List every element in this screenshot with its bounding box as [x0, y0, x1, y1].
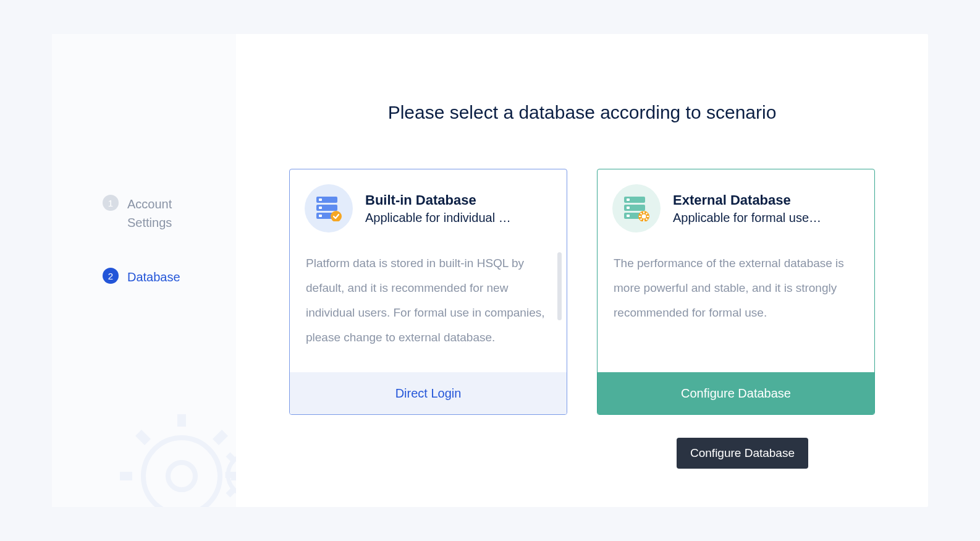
setup-panel: 1 Account Settings 2 Database: [52, 34, 928, 507]
configure-database-button[interactable]: Configure Database: [598, 372, 874, 414]
svg-rect-31: [627, 207, 630, 209]
svg-line-16: [228, 454, 233, 459]
svg-line-41: [641, 219, 642, 220]
svg-rect-25: [319, 215, 322, 217]
svg-point-26: [331, 211, 342, 221]
step-database[interactable]: 2 Database: [103, 268, 236, 286]
card-subtitle: Applicable for formal use…: [673, 211, 860, 225]
step-number-badge: 2: [103, 268, 119, 284]
sidebar: 1 Account Settings 2 Database: [52, 34, 236, 507]
main-content: Please select a database according to sc…: [236, 34, 928, 507]
svg-rect-30: [627, 198, 630, 201]
card-description: Platform data is stored in built-in HSQL…: [290, 244, 567, 372]
step-number-badge: 1: [103, 195, 119, 211]
svg-line-39: [641, 213, 642, 215]
builtin-database-icon: [305, 184, 353, 232]
tooltip: Configure Database: [677, 438, 808, 469]
card-header: Built-in Database Applicable for individ…: [290, 169, 567, 244]
external-database-icon: [612, 184, 661, 232]
card-builtin-database[interactable]: Built-in Database Applicable for individ…: [289, 169, 567, 415]
svg-line-7: [216, 433, 225, 442]
step-label: Account Settings: [127, 195, 214, 232]
steps-list: 1 Account Settings 2 Database: [52, 34, 236, 286]
direct-login-button[interactable]: Direct Login: [290, 372, 567, 414]
step-label: Database: [127, 268, 180, 286]
card-title: Built-in Database: [365, 192, 552, 208]
svg-line-18: [228, 490, 233, 495]
page-title: Please select a database according to sc…: [279, 102, 885, 123]
svg-point-34: [642, 215, 646, 219]
scrollbar-thumb[interactable]: [557, 252, 562, 320]
svg-rect-23: [319, 198, 322, 201]
svg-line-42: [646, 213, 648, 215]
svg-rect-24: [319, 207, 322, 209]
card-title: External Database: [673, 192, 860, 208]
card-external-database[interactable]: External Database Applicable for formal …: [597, 169, 875, 415]
database-option-cards: Built-in Database Applicable for individ…: [279, 169, 885, 415]
svg-point-0: [143, 438, 220, 507]
svg-line-6: [138, 433, 148, 442]
card-description: The performance of the external database…: [598, 244, 874, 372]
svg-rect-32: [627, 215, 630, 217]
gears-decoration-icon: [101, 396, 236, 507]
svg-point-1: [168, 462, 195, 490]
step-account-settings[interactable]: 1 Account Settings: [103, 195, 236, 232]
card-header: External Database Applicable for formal …: [598, 169, 874, 244]
svg-line-40: [646, 219, 648, 220]
card-subtitle: Applicable for individual …: [365, 211, 552, 225]
